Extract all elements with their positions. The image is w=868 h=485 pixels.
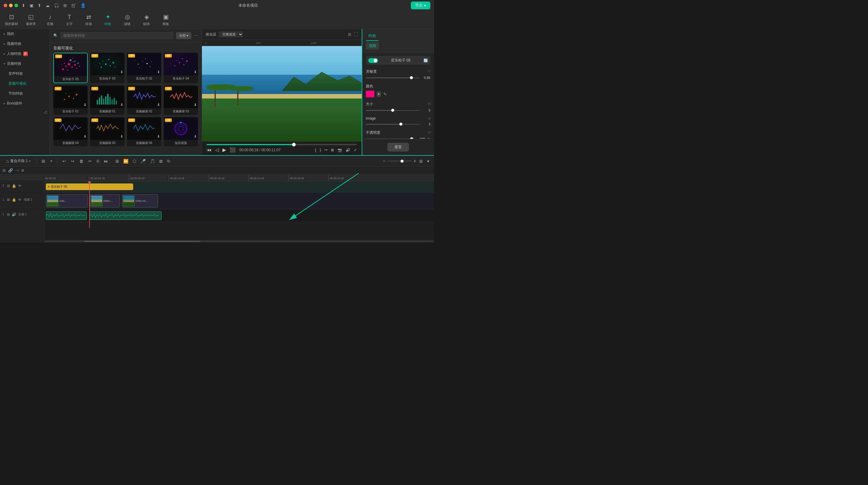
grid-view-icon[interactable]: ⊞ [348,32,351,37]
headphone-icon[interactable]: 🎧 [54,3,59,8]
sensitivity-reset[interactable]: ◇ [428,69,430,74]
track-eye-icon-v[interactable]: 👁 [18,197,22,202]
grid-layout-btn[interactable]: ⊞ [418,158,424,164]
opacity-reset[interactable]: ◇ [428,130,430,135]
filter-button[interactable]: 全部 ▾ [176,32,191,39]
sidebar-item-beat-effects[interactable]: 节拍特效 [0,89,50,98]
play-btn[interactable]: ▶ [222,147,226,153]
settings-btn[interactable]: ⤢ [354,148,357,152]
split-view-btn[interactable]: ⊞ [40,158,46,164]
fullscreen-icon[interactable]: ⛶ [354,32,358,37]
color-pencil-btn[interactable]: ✎ [383,92,387,96]
export-button[interactable]: 导出 ▾ [411,1,430,9]
search-input[interactable] [60,32,174,39]
minimize-btn[interactable] [9,4,13,7]
compound-clip-btn[interactable]: ⊕ [21,168,24,172]
effect-item-mp03[interactable]: VIP ⬇ 音乐粒子 03 [90,53,124,83]
redo-btn[interactable]: ↪ [70,158,76,164]
mic-btn[interactable]: 🎤 [139,158,147,164]
video-clip-3[interactable]: video-mi... [122,194,158,207]
out-point-btn[interactable]: } [320,148,321,152]
toolbar-effects[interactable]: ✦ 特效 [101,13,115,26]
split-clip-btn[interactable]: ⊣ [16,168,19,172]
cart-icon[interactable]: 🛒 [71,3,76,8]
sensitivity-slider[interactable] [366,77,420,78]
stop-btn[interactable]: ⬛ [230,147,236,153]
color-swatch[interactable] [366,91,374,97]
image-slider[interactable] [366,124,420,125]
rp-tab-effects[interactable]: 特效 [366,31,378,41]
toolbar-my-media[interactable]: ⊡ 我的素材 [5,13,18,26]
toolbar-text[interactable]: T 文字 [63,13,76,26]
sidebar-item-audio-effects[interactable]: ▾ 音频特效 [0,59,50,69]
toolbar-library[interactable]: ◱ 素材库 [24,13,37,26]
sidebar-item-video-effects[interactable]: ▸ 视频特效 [0,39,50,49]
speed-btn[interactable]: ⏩ [122,158,130,164]
more-options-btn[interactable]: ⋯ [194,33,198,38]
track-add-icon[interactable]: ⊞ [7,184,10,188]
track-lock-icon-v[interactable]: 🔒 [11,197,17,202]
effect-item-mp01[interactable]: VIP ⬇ 音乐粒子 01 [53,86,88,115]
toolbar-stickers[interactable]: ◈ 贴纸 [140,13,153,26]
audio-btn[interactable]: 🔊 [346,148,350,152]
more-btn[interactable]: ▾ [426,158,430,164]
grid-icon[interactable]: ⊞ [63,3,67,8]
sidebar-item-voice-effects[interactable]: 变声特效 [0,69,50,78]
effect-item-bass[interactable]: VIP ⬇ 低音震荡 [164,117,198,147]
progress-knob[interactable] [292,143,296,147]
size-slider[interactable] [366,110,420,111]
timeline-scrollbar[interactable] [44,240,434,243]
effect-item-freq01[interactable]: VIP ⬇ 音频频谱 01 [90,86,124,115]
effect-item-freq05[interactable]: VIP ⬇ 音频频谱 05 [90,117,124,147]
sidebar-item-audio-visualize[interactable]: 音频可视化 [0,78,50,89]
share-icon[interactable]: ⬆ [38,3,41,8]
rp-sub-tab-video[interactable]: 视频 [369,44,376,48]
effect-item-mp05[interactable]: VIP [53,53,88,83]
step-back-btn[interactable]: ◁ [215,147,219,153]
image-reset[interactable]: ◇ [428,116,430,121]
sidebar-item-character-effects[interactable]: ▸ 人物特效 新 [0,49,50,59]
progress-bar[interactable] [207,144,357,145]
close-btn[interactable] [4,4,7,7]
undo-btn[interactable]: ↩ [61,158,67,164]
link-clip-btn[interactable]: 🔗 [8,168,13,172]
insert-btn[interactable]: ↦ [324,148,327,152]
effect-item-freq04[interactable]: VIP ⬇ 音频频谱 04 [53,117,88,147]
delete-btn[interactable]: 🗑 [78,158,85,164]
collapse-sidebar-btn[interactable]: ◁ [44,110,47,115]
effect-item-mp02[interactable]: VIP ⬇ 音乐粒子 02 [127,53,161,83]
scrollbar-thumb[interactable] [84,241,200,242]
effect-item-freq03[interactable]: VIP ⬇ 音频频谱 03 [164,86,198,115]
color-dropdown-btn[interactable]: ▾ [377,92,381,97]
link-btn[interactable]: ⊠ [158,158,164,164]
sidebar-item-boris[interactable]: ▸ Boris插件 [0,98,50,108]
in-point-btn[interactable]: { [315,148,316,152]
track-add-icon-v[interactable]: ⊞ [7,197,10,202]
monitor-btn[interactable]: ⊞ [331,148,334,152]
reset-button[interactable]: 重置 [387,143,409,152]
maximize-btn[interactable] [14,4,18,7]
effect-item-mp04[interactable]: VIP ⬇ 音乐粒子 04 [164,53,198,83]
loop-btn[interactable]: ↻ [166,158,172,164]
toolbar-audio[interactable]: ♪ 音频 [43,13,57,26]
mask-btn[interactable]: ⬡ [131,158,137,164]
sidebar-item-my[interactable]: ▸ 我的 [0,29,50,39]
quality-select[interactable]: 完整画质 [219,31,243,37]
size-reset[interactable]: ◇ [428,101,430,107]
combo-arrow[interactable]: ▾ [29,159,30,163]
cloud-icon[interactable]: ☁ [45,3,50,8]
forward-btn[interactable]: ⏭ [103,158,110,164]
monitor-icon[interactable]: ▣ [30,3,33,8]
video-clip-2[interactable]: video-... [90,194,120,207]
track-add-icon-a[interactable]: ⊞ [7,212,10,217]
add-media-btn[interactable]: ⊞ [2,168,6,172]
track-lock-icon[interactable]: 🔒 [11,184,17,188]
video-clip-1[interactable]: vide... [46,194,88,207]
opacity-slider[interactable] [366,138,414,139]
magnet-btn[interactable]: ⌖ [49,158,54,164]
toolbar-templates[interactable]: ▣ 模板 [159,13,173,26]
import-icon[interactable]: ⬇ [22,3,25,8]
cut-btn[interactable]: ✂ [87,158,93,164]
delete-effect-btn[interactable]: 🔄 [424,59,428,63]
rewind-btn[interactable]: ⏮ [207,147,212,153]
